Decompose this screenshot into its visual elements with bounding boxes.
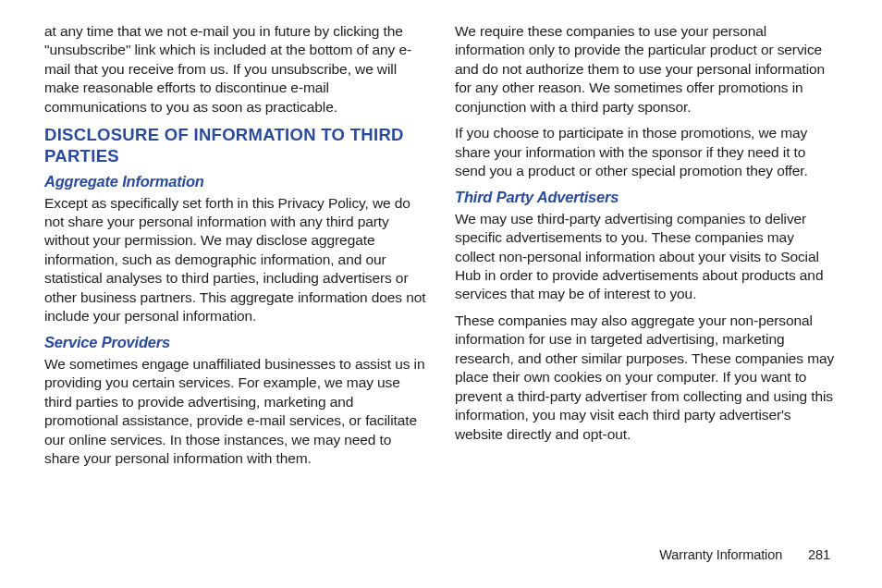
page-number: 281	[808, 547, 830, 562]
footer-section-title: Warranty Information	[659, 547, 782, 562]
subheading-third-party-advertisers: Third Party Advertisers	[455, 189, 838, 206]
body-paragraph: We require these companies to use your p…	[455, 22, 838, 116]
left-column: at any time that we not e-mail you in fu…	[44, 22, 427, 540]
page-footer: Warranty Information 281	[659, 547, 830, 562]
body-paragraph: These companies may also aggregate your …	[455, 312, 838, 444]
body-paragraph: Except as specifically set forth in this…	[44, 194, 427, 326]
right-column: We require these companies to use your p…	[455, 22, 838, 540]
section-heading-disclosure: DISCLOSURE OF INFORMATION TO THIRD PARTI…	[44, 124, 427, 166]
body-paragraph: We sometimes engage unaffiliated busines…	[44, 355, 427, 469]
body-paragraph: If you choose to participate in those pr…	[455, 124, 838, 180]
body-paragraph: at any time that we not e-mail you in fu…	[44, 22, 427, 116]
body-paragraph: We may use third-party advertising compa…	[455, 210, 838, 304]
subheading-aggregate: Aggregate Information	[44, 173, 427, 190]
two-column-layout: at any time that we not e-mail you in fu…	[44, 22, 838, 540]
subheading-service-providers: Service Providers	[44, 334, 427, 351]
